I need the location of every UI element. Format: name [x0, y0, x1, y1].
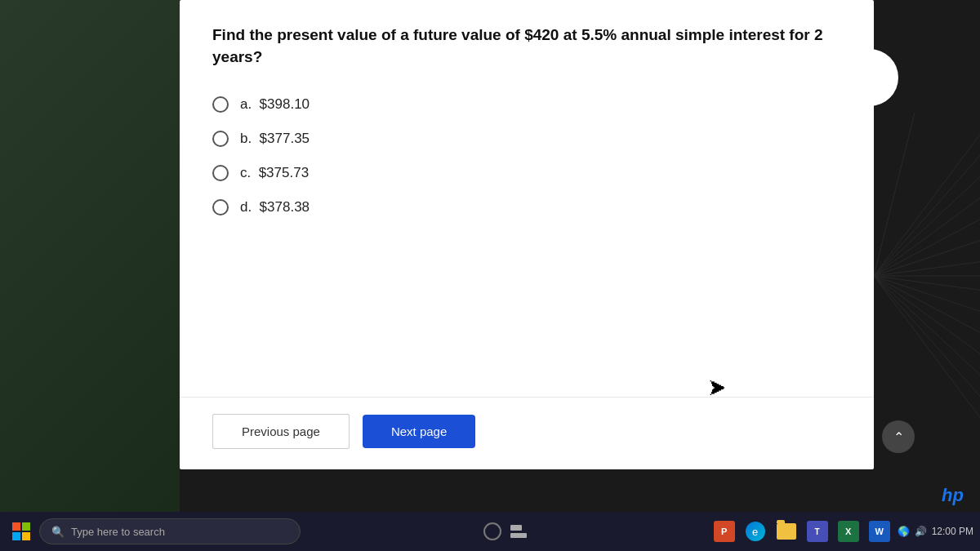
- search-icon: 🔍: [51, 526, 65, 538]
- svg-rect-24: [22, 532, 30, 540]
- svg-line-4: [874, 211, 980, 276]
- svg-line-3: [874, 186, 980, 276]
- explorer-icon: [777, 523, 796, 540]
- svg-line-15: [874, 113, 915, 276]
- option-d-label: d. $378.38: [240, 199, 310, 216]
- cortana-icon: [483, 522, 501, 540]
- powerpoint-icon: P: [714, 521, 735, 542]
- tv-rect-bottom: [510, 533, 527, 539]
- navigation-buttons: Previous page Next page: [180, 397, 874, 465]
- taskbar-app-icons: P e T X W 🌎 🔊 12:00 PM: [711, 518, 973, 544]
- radio-c[interactable]: [212, 165, 229, 181]
- system-tray: 🌎 🔊 12:00 PM: [898, 526, 973, 537]
- excel-icon: X: [838, 521, 859, 542]
- option-b[interactable]: b. $377.35: [212, 131, 841, 147]
- next-page-button[interactable]: Next page: [363, 415, 475, 448]
- svg-rect-23: [12, 532, 20, 540]
- question-text: Find the present value of a future value…: [212, 24, 841, 68]
- svg-line-11: [874, 276, 980, 366]
- svg-line-9: [874, 276, 980, 317]
- option-c-label: c. $375.73: [240, 165, 309, 181]
- svg-rect-22: [22, 522, 30, 531]
- taskbar: 🔍 Type here to search P e T: [0, 512, 980, 551]
- option-a[interactable]: a. $398.10: [212, 96, 841, 113]
- hp-logo: hp: [942, 485, 964, 506]
- svg-line-14: [874, 276, 980, 439]
- teams-icon: T: [807, 521, 828, 542]
- chevron-up-icon: ⌃: [893, 429, 904, 445]
- option-d[interactable]: d. $378.38: [212, 199, 841, 216]
- option-c[interactable]: c. $375.73: [212, 165, 841, 181]
- taskbar-search[interactable]: 🔍 Type here to search: [39, 518, 301, 544]
- svg-line-0: [874, 113, 980, 276]
- scroll-up-button[interactable]: ⌃: [882, 420, 915, 453]
- background-left: [0, 0, 180, 551]
- network-icon: 🌎: [898, 526, 910, 537]
- taskbar-center: [304, 518, 708, 544]
- svg-line-10: [874, 276, 980, 341]
- previous-page-button[interactable]: Previous page: [212, 414, 350, 449]
- powerpoint-taskbar-button[interactable]: P: [711, 518, 737, 544]
- svg-line-12: [874, 276, 980, 390]
- search-placeholder-text: Type here to search: [71, 526, 165, 538]
- edge-taskbar-button[interactable]: e: [742, 518, 768, 544]
- start-button[interactable]: [7, 517, 36, 546]
- excel-taskbar-button[interactable]: X: [835, 518, 862, 544]
- task-view-icon: [510, 525, 527, 538]
- radio-a[interactable]: [212, 96, 229, 113]
- svg-line-5: [874, 235, 980, 276]
- svg-rect-21: [12, 522, 20, 531]
- clock: 12:00 PM: [932, 526, 973, 537]
- option-a-label: a. $398.10: [240, 96, 310, 113]
- explorer-taskbar-button[interactable]: [773, 518, 800, 544]
- radio-d[interactable]: [212, 199, 229, 216]
- windows-logo-icon: [12, 522, 30, 540]
- option-b-label: b. $377.35: [240, 131, 310, 147]
- question-area: Find the present value of a future value…: [180, 0, 874, 256]
- cortana-button[interactable]: [479, 518, 506, 544]
- volume-icon: 🔊: [915, 526, 927, 537]
- options-list: a. $398.10 b. $377.35 c. $375.73 d. $378…: [212, 96, 841, 216]
- radio-b[interactable]: [212, 131, 229, 147]
- edge-icon: e: [746, 522, 765, 541]
- word-taskbar-button[interactable]: W: [866, 518, 893, 544]
- teams-taskbar-button[interactable]: T: [804, 518, 831, 544]
- tv-rect-top: [510, 525, 522, 531]
- svg-line-2: [874, 162, 980, 276]
- task-view-button[interactable]: [506, 518, 532, 544]
- word-icon: W: [869, 521, 890, 542]
